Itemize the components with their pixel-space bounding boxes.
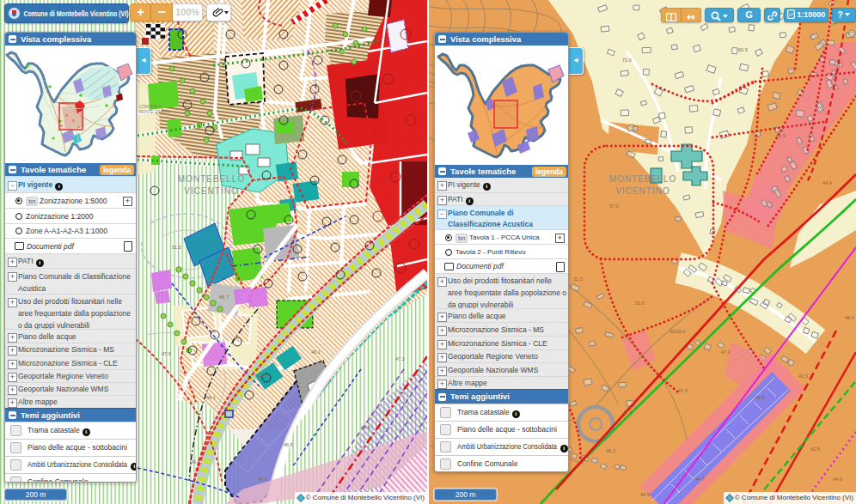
svg-text:44.4: 44.4 [258, 373, 267, 379]
svg-text:44.3: 44.3 [640, 492, 650, 497]
svg-text:47.3: 47.3 [678, 388, 688, 393]
svg-text:46.8: 46.8 [755, 395, 765, 400]
svg-text:46.1: 46.1 [311, 349, 321, 355]
svg-text:31.5: 31.5 [573, 276, 583, 282]
svg-text:CONTRADA: CONTRADA [139, 105, 161, 109]
svg-text:50.6: 50.6 [635, 301, 645, 306]
svg-text:VICENTINO: VICENTINO [615, 186, 670, 196]
svg-text:72.0: 72.0 [622, 58, 632, 63]
svg-text:MONTEBELLO: MONTEBELLO [178, 174, 245, 184]
svg-text:46.3: 46.3 [606, 448, 615, 453]
svg-text:44.7: 44.7 [695, 477, 705, 482]
svg-text:44.9: 44.9 [822, 180, 832, 185]
svg-text:44.1: 44.1 [206, 395, 216, 400]
svg-text:44.6: 44.6 [833, 477, 842, 482]
svg-text:46.5: 46.5 [284, 442, 293, 447]
svg-text:57.0: 57.0 [609, 203, 619, 209]
svg-text:44.8: 44.8 [361, 425, 370, 430]
svg-text:VICENTINO: VICENTINO [184, 186, 238, 196]
svg-text:41.9: 41.9 [776, 133, 786, 138]
svg-text:60.9: 60.9 [738, 47, 748, 52]
svg-text:SCUOLA: SCUOLA [670, 330, 686, 334]
svg-text:47.2: 47.2 [395, 356, 405, 361]
svg-text:42.8: 42.8 [810, 446, 820, 452]
svg-text:51.5: 51.5 [172, 245, 181, 250]
svg-text:49.5: 49.5 [191, 459, 200, 465]
svg-text:48.4: 48.4 [845, 315, 854, 320]
svg-text:47.9: 47.9 [162, 351, 171, 356]
svg-text:MONTE GRAPPA: MONTE GRAPPA [139, 110, 170, 114]
svg-text:44.6: 44.6 [258, 477, 267, 482]
svg-text:47.0: 47.0 [721, 349, 731, 355]
svg-text:MONTEBELLO: MONTEBELLO [609, 174, 676, 184]
svg-text:47.9: 47.9 [623, 410, 633, 415]
svg-text:45.7: 45.7 [219, 295, 229, 300]
svg-text:43.3: 43.3 [798, 373, 808, 379]
